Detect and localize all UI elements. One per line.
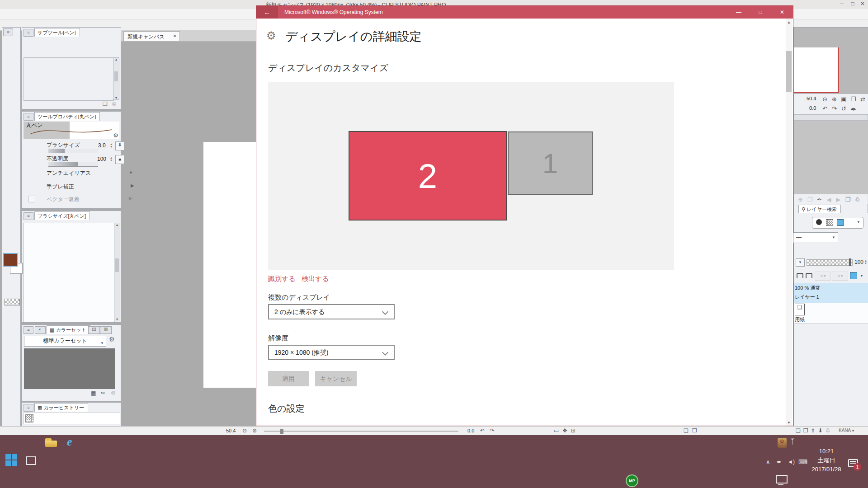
- nav-rotate-right-icon[interactable]: ↷: [830, 105, 839, 112]
- colorset-wrench-icon[interactable]: ⚙: [109, 336, 115, 343]
- tray-volume-icon[interactable]: ◄): [788, 459, 795, 465]
- layer-blend-combo[interactable]: — ▼: [792, 232, 838, 243]
- brushsize-tab[interactable]: ブラシサイズ[丸ペン]: [34, 211, 90, 220]
- layer-search-tab[interactable]: ⚲ レイヤー検索: [798, 205, 841, 213]
- nav-flip-h-icon[interactable]: ❐: [849, 96, 858, 103]
- subtool-menu-icon[interactable]: ≡: [24, 29, 33, 37]
- scroll-up-icon[interactable]: ▲: [786, 19, 792, 24]
- navigator-canvas-thumbnail[interactable]: [794, 47, 839, 93]
- tray-pen-icon[interactable]: ✒: [777, 459, 782, 465]
- back-button[interactable]: ←: [256, 6, 278, 19]
- status-zoom-in-icon[interactable]: ⊕: [252, 427, 257, 434]
- dock-divider[interactable]: [794, 114, 868, 121]
- history-swatch[interactable]: [25, 414, 33, 422]
- tray-keyboard-icon[interactable]: ⌨: [798, 458, 807, 465]
- status-dock-icons[interactable]: ❏❐⇧⬇♲: [796, 427, 833, 434]
- nav-fit-icon[interactable]: ▣: [839, 96, 849, 103]
- layer-opacity-slider[interactable]: [807, 259, 853, 266]
- subview-trash-icon[interactable]: ♲: [853, 196, 862, 203]
- transparent-color-swatch[interactable]: [5, 299, 20, 305]
- subview-dropper-icon[interactable]: ✒: [815, 196, 824, 203]
- scroll-down-icon[interactable]: ▼: [786, 421, 792, 425]
- settings-minimize-button[interactable]: —: [728, 6, 750, 19]
- ruler-disabled-icon[interactable]: ✕▾: [832, 272, 848, 281]
- antialias-dropdown-icon[interactable]: ▼: [129, 170, 133, 175]
- vector-snap-checkbox[interactable]: [28, 196, 35, 202]
- nav-zoom-out-icon[interactable]: ⊖: [820, 96, 830, 103]
- layer-color-icon[interactable]: [850, 272, 857, 279]
- foreground-color-swatch[interactable]: [3, 253, 18, 267]
- settings-close-button[interactable]: ✕: [771, 6, 793, 19]
- csp-maximize-button[interactable]: □: [848, 0, 857, 7]
- mask-disabled-icon[interactable]: ✕▾: [815, 272, 831, 281]
- multi-display-select[interactable]: 2 のみに表示する: [268, 304, 395, 319]
- color-wheel-tab-icon[interactable]: ◐: [35, 326, 46, 334]
- scrollbar-thumb[interactable]: [786, 51, 792, 92]
- canvas-tab-close-icon[interactable]: ✕: [173, 33, 177, 38]
- file-explorer-button[interactable]: [45, 438, 59, 449]
- subview-open-icon[interactable]: ❐: [843, 196, 853, 203]
- monitor-1[interactable]: 1: [508, 131, 593, 195]
- nav-mirror-icon[interactable]: ◂▸: [849, 105, 858, 112]
- status-page-icons[interactable]: ❏❐: [684, 427, 701, 434]
- subtool-scrollbar[interactable]: ▲ ▼: [113, 57, 119, 100]
- tray-display-icon[interactable]: [776, 475, 788, 483]
- subview-next-icon[interactable]: ▶: [834, 196, 843, 203]
- subtool-tab[interactable]: サブツール[ペン]: [34, 28, 80, 37]
- status-rotate-right-icon[interactable]: ↷: [490, 427, 495, 434]
- layer-effect-combo[interactable]: ▼: [812, 217, 863, 229]
- opacity-slider[interactable]: [48, 162, 98, 167]
- colorhistory-tab[interactable]: ▦ カラーヒストリー: [34, 403, 88, 412]
- layer-opacity-value[interactable]: 100: [854, 259, 863, 265]
- identify-link[interactable]: 識別する: [268, 275, 296, 283]
- tray-avatar-icon[interactable]: ☺: [778, 438, 787, 448]
- settings-maximize-button[interactable]: □: [750, 6, 771, 19]
- internet-explorer-button[interactable]: e: [67, 435, 72, 449]
- vector-more-icon[interactable]: ▶: [129, 196, 132, 201]
- colorset-extra-tab1-icon[interactable]: ▤: [88, 326, 100, 334]
- colorset-trash-icon[interactable]: ♲: [111, 390, 116, 396]
- layer-row-paper[interactable]: ❏ 用紙: [794, 303, 868, 324]
- detect-link[interactable]: 検出する: [302, 275, 329, 283]
- cancel-button[interactable]: キャンセル: [315, 371, 357, 386]
- nav-reset-icon[interactable]: ↺: [839, 105, 849, 112]
- task-view-button[interactable]: [26, 456, 36, 465]
- mp-tray-icon[interactable]: MP: [626, 474, 638, 487]
- nav-zoom-in-icon[interactable]: ⊕: [830, 96, 839, 103]
- colorset-add-icon[interactable]: ▦: [91, 390, 96, 396]
- opacity-spinner[interactable]: ▲▼: [110, 156, 113, 162]
- toolprop-tab[interactable]: ツールプロパティ[丸ペン]: [34, 112, 100, 121]
- subview-zoom-icon[interactable]: ⊕: [796, 196, 805, 203]
- status-select-icons[interactable]: ▭✥⊞: [554, 427, 579, 434]
- opacity-dropdown-icon[interactable]: ▼: [796, 258, 805, 267]
- start-button[interactable]: [5, 454, 17, 466]
- wrench-icon[interactable]: ⚙: [113, 132, 118, 139]
- brush-size-spinner[interactable]: ▲▼: [110, 143, 113, 148]
- layer-color-dropdown-icon[interactable]: ▼: [860, 274, 863, 278]
- toolstrip-tab-icon[interactable]: ≡: [3, 28, 13, 36]
- colorhistory-menu-icon[interactable]: ≡: [24, 404, 33, 412]
- opacity-value[interactable]: 100: [97, 156, 106, 162]
- nav-flip-icon[interactable]: ⇄: [858, 96, 868, 103]
- brushsize-scrollbar[interactable]: ▲ ▼: [114, 223, 120, 321]
- canvas-tab[interactable]: 新規キャンバス ✕: [123, 31, 180, 41]
- lock-layer-icon[interactable]: [797, 273, 803, 278]
- lock-pixels-icon[interactable]: [806, 273, 812, 278]
- monitor-2[interactable]: 2: [349, 131, 507, 221]
- layer-row-active[interactable]: 100 % 通常 レイヤー 1: [794, 283, 868, 303]
- stabilize-more-icon[interactable]: ▶: [131, 183, 134, 188]
- colorset-menu-icon[interactable]: ≡: [24, 326, 33, 334]
- colorset-extra-tab2-icon[interactable]: ▥: [100, 326, 112, 334]
- apply-button[interactable]: 適用: [268, 371, 309, 386]
- settings-scrollbar[interactable]: ▲ ▼: [786, 19, 792, 426]
- colorset-preset-select[interactable]: 標準カラーセット ▼: [24, 336, 106, 347]
- subtool-trash-icon[interactable]: ♲: [112, 101, 117, 107]
- status-rotate-left-icon[interactable]: ↶: [480, 427, 485, 434]
- settings-titlebar[interactable]: ← Microsoft® Windows® Operating System —…: [256, 6, 793, 19]
- tray-chevron-icon[interactable]: ∧: [766, 459, 770, 465]
- brush-size-slider[interactable]: [48, 149, 98, 153]
- tray-usb-icon[interactable]: ᛉ: [790, 437, 795, 446]
- status-ime-label[interactable]: KANA ▾: [839, 428, 854, 433]
- colorset-tab[interactable]: ▦ カラーセット: [47, 325, 90, 334]
- subview-flip-icon[interactable]: ❐: [805, 196, 815, 203]
